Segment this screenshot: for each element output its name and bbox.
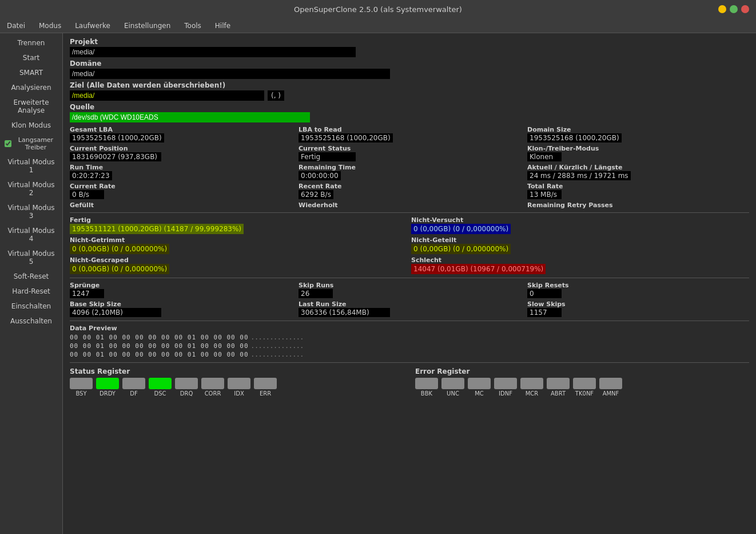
sidebar-item-analysieren[interactable]: Analysieren	[0, 80, 62, 95]
stat-last-run: Last Run Size 306336 (156,84MB)	[299, 300, 520, 317]
bit-label-drdy: DRDY	[100, 390, 116, 397]
sidebar-item-einschalten[interactable]: Einschalten	[0, 299, 62, 314]
menu-tools[interactable]: Tools	[182, 21, 204, 31]
menu-datei[interactable]: Datei	[5, 21, 27, 31]
bit-led-bbk	[415, 378, 438, 389]
titlebar: OpenSuperClone 2.5.0 (als Systemverwalte…	[0, 0, 756, 18]
divider-4	[70, 362, 749, 363]
sidebar-item-virtual-modus-3[interactable]: Virtual Modus 3	[0, 200, 62, 223]
menu-einstellungen[interactable]: Einstellungen	[122, 21, 173, 31]
bit-idnf: IDNF	[494, 378, 517, 397]
bit-label-amnf: AMNF	[603, 390, 619, 397]
stat-total-rate: Total Rate 13 MB/s	[527, 183, 749, 199]
skip-resets-label: Skip Resets	[527, 282, 749, 289]
bit-drq: DRQ	[175, 378, 198, 397]
bit-led-tk0nf	[573, 378, 596, 389]
bit-led-drq	[175, 378, 198, 389]
data-hex-1: 00 00 01 00 00 00 00 00 00 01 00 00 00 0…	[70, 333, 249, 342]
sidebar-item-virtual-modus-5[interactable]: Virtual Modus 5	[0, 246, 62, 269]
sidebar-item-virtual-modus-2[interactable]: Virtual Modus 2	[0, 177, 62, 200]
lba-to-read-value: 1953525168 (1000,20GB)	[299, 133, 393, 143]
quelle-field: Quelle	[70, 103, 749, 122]
status-row-2: Nicht-Getrimmt 0 (0,00GB) (0 / 0,000000%…	[70, 236, 749, 254]
bit-tk0nf: TK0NF	[573, 378, 596, 397]
bit-label-dsc: DSC	[154, 390, 166, 397]
status-register-bits: BSY DRDY DF DSC	[70, 378, 404, 397]
data-ascii-1: ..............	[251, 333, 304, 342]
maximize-button[interactable]	[730, 5, 738, 13]
nicht-versucht-label: Nicht-Versucht	[411, 216, 749, 224]
sidebar-item-smart[interactable]: SMART	[0, 65, 62, 80]
close-button[interactable]	[741, 5, 749, 13]
bit-label-bbk: BBK	[421, 390, 432, 397]
bit-led-abrt	[547, 378, 570, 389]
minimize-button[interactable]	[718, 5, 726, 13]
bit-label-unc: UNC	[447, 390, 459, 397]
quelle-input[interactable]	[70, 112, 310, 122]
klon-treiber-label: Klon-/Treiber-Modus	[527, 145, 749, 152]
spruenge-value: 1247	[70, 289, 104, 298]
menu-laufwerke[interactable]: Laufwerke	[73, 21, 113, 31]
status-register-group: Status Register BSY DRDY DF	[70, 367, 404, 397]
bit-led-bsy	[70, 378, 93, 389]
stat-slow-skips: Slow Skips 1157	[527, 300, 749, 317]
fertig-label: Fertig	[70, 216, 408, 224]
domain-input[interactable]	[70, 69, 390, 79]
slow-skips-label: Slow Skips	[527, 300, 749, 308]
bit-led-corr	[201, 378, 224, 389]
bit-label-drq: DRQ	[180, 390, 193, 397]
spruenge-label: Sprünge	[70, 282, 292, 289]
data-hex-3: 00 00 01 00 00 00 00 00 00 01 00 00 00 0…	[70, 350, 249, 359]
sidebar-item-start[interactable]: Start	[0, 50, 62, 65]
menu-modus[interactable]: Modus	[37, 21, 63, 31]
domain-size-value: 1953525168 (1000,20GB)	[527, 133, 622, 143]
gesamt-lba-label: Gesamt LBA	[70, 126, 292, 133]
sidebar-item-langsamer-treiber[interactable]: Langsamer Treiber	[0, 133, 62, 155]
status-blocks: Fertig 1953511121 (1000,20GB) (14187 / 9…	[70, 216, 749, 274]
bit-abrt: ABRT	[547, 378, 570, 397]
bit-led-mc	[468, 378, 491, 389]
gefuellt-label: Gefüllt	[70, 201, 292, 209]
total-rate-value: 13 MB/s	[527, 190, 562, 199]
jumps-grid: Sprünge 1247 Skip Runs 26 Skip Resets 0 …	[70, 282, 749, 317]
data-hex-2: 00 00 01 00 00 00 00 00 00 01 00 00 00 0…	[70, 342, 249, 350]
stats-grid: Gesamt LBA 1953525168 (1000,20GB) LBA to…	[70, 126, 749, 209]
projekt-field: Projekt	[70, 38, 749, 57]
projekt-input[interactable]	[70, 47, 356, 57]
run-time-value: 0:20:27:23	[70, 171, 112, 180]
bit-label-idx: IDX	[234, 390, 244, 397]
nicht-geteilt-label: Nicht-Geteilt	[411, 236, 749, 244]
ziel-extra: (, )	[268, 90, 284, 101]
bit-dsc: DSC	[149, 378, 172, 397]
stat-run-time: Run Time 0:20:27:23	[70, 164, 292, 180]
stat-current-status: Current Status Fertig	[299, 145, 520, 161]
stat-aktuell: Aktuell / Kürzlich / Längste 24 ms / 288…	[527, 164, 749, 180]
status-nicht-getrimmt: Nicht-Getrimmt 0 (0,00GB) (0 / 0,000000%…	[70, 236, 408, 254]
bit-label-bsy: BSY	[75, 390, 86, 397]
sidebar-item-virtual-modus-4[interactable]: Virtual Modus 4	[0, 223, 62, 246]
bit-err: ERR	[254, 378, 277, 397]
aktuell-value: 24 ms / 2883 ms / 19721 ms	[527, 171, 631, 180]
sidebar-item-virtual-modus-1[interactable]: Virtual Modus 1	[0, 155, 62, 177]
menu-hilfe[interactable]: Hilfe	[213, 21, 233, 31]
sidebar-item-trennen[interactable]: Trennen	[0, 35, 62, 50]
langsamer-treiber-checkbox[interactable]	[5, 140, 11, 147]
sidebar-item-klon-modus[interactable]: Klon Modus	[0, 118, 62, 133]
bit-amnf: AMNF	[599, 378, 622, 397]
ziel-input[interactable]	[70, 90, 264, 101]
stat-spruenge: Sprünge 1247	[70, 282, 292, 298]
lba-to-read-label: LBA to Read	[299, 126, 520, 133]
sidebar-item-hard-reset[interactable]: Hard-Reset	[0, 284, 62, 299]
ziel-field: Ziel (Alle Daten werden überschrieben!) …	[70, 81, 749, 101]
sidebar-item-soft-reset[interactable]: Soft-Reset	[0, 269, 62, 284]
stat-base-skip: Base Skip Size 4096 (2,10MB)	[70, 300, 292, 317]
bit-label-df: DF	[130, 390, 137, 397]
recent-rate-label: Recent Rate	[299, 183, 520, 190]
titlebar-title: OpenSuperClone 2.5.0 (als Systemverwalte…	[294, 5, 462, 14]
nicht-gescraped-label: Nicht-Gescraped	[70, 256, 408, 264]
bit-led-idx	[228, 378, 250, 389]
sidebar-item-erweiterte-analyse[interactable]: Erweiterte Analyse	[0, 95, 62, 118]
bit-mc: MC	[468, 378, 491, 397]
sidebar-item-ausschalten[interactable]: Ausschalten	[0, 314, 62, 329]
stat-gesamt-lba: Gesamt LBA 1953525168 (1000,20GB)	[70, 126, 292, 143]
